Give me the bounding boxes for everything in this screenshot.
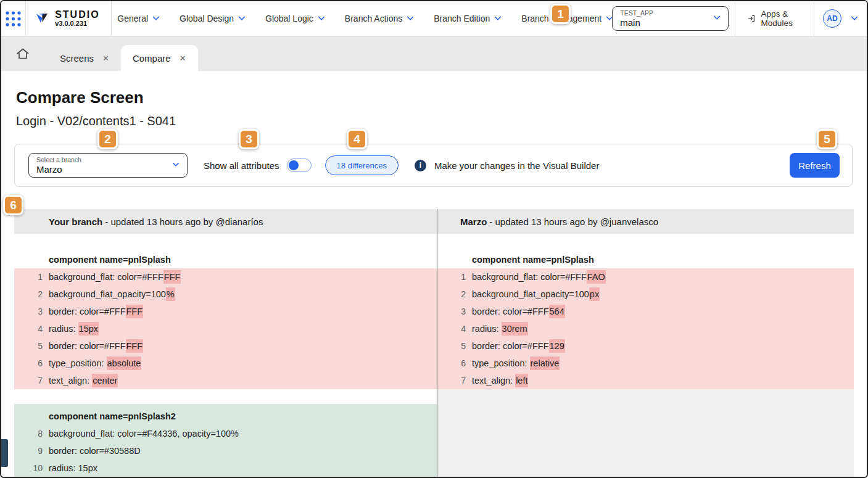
- refresh-button[interactable]: Refresh: [790, 153, 840, 178]
- chevron-down-icon: [238, 13, 245, 20]
- line-number: 2: [437, 289, 466, 299]
- attribute-text: border: color=#FFF129: [472, 341, 565, 351]
- menu-global-logic[interactable]: Global Logic: [265, 14, 324, 23]
- studio-logo: STUDIO v3.0.0.231: [26, 10, 110, 27]
- apps-modules-icon: [747, 12, 755, 25]
- attribute-text: background_flat_opacity=100px: [472, 289, 600, 299]
- attribute-text: background_flat: color=#FFFFAO: [472, 272, 606, 282]
- left-branch-meta: - updated 13 hours ago by @dianaríos: [105, 216, 263, 227]
- close-icon[interactable]: ✕: [180, 54, 186, 63]
- home-button[interactable]: [16, 47, 30, 60]
- diff-highlight: %: [166, 287, 175, 301]
- page-title: Compare Screen: [16, 88, 867, 107]
- menu-label: Branch Actions: [345, 14, 402, 23]
- side-panel-handle[interactable]: [1, 439, 8, 467]
- diff-highlight: FAO: [587, 270, 606, 284]
- app-grid-icon: [5, 10, 22, 27]
- line-number: 7: [14, 376, 43, 385]
- attribute-text: radius: 15px: [49, 463, 97, 473]
- top-bar: STUDIO v3.0.0.231 GeneralGlobal DesignGl…: [1, 1, 867, 36]
- attribute-text: text_align: left: [472, 376, 528, 385]
- attribute-text: background_flat_opacity=100%: [49, 289, 175, 299]
- diff-highlight: FFF: [126, 339, 144, 353]
- menu-label: Global Design: [180, 14, 234, 23]
- show-all-attributes-label: Show all attributes: [204, 160, 279, 171]
- diff-highlight: 564: [549, 305, 565, 318]
- callout-badge-6: 6: [3, 195, 23, 215]
- diff-highlight: absolute: [107, 356, 142, 370]
- diff-highlight: left: [515, 374, 528, 387]
- attribute-text: radius: 30rem: [472, 324, 528, 334]
- diff-section-added: component name=pnlSplash28background_fla…: [14, 404, 437, 478]
- diff-row: 10radius: 15px: [14, 459, 437, 477]
- diff-highlight: 129: [549, 339, 565, 353]
- callout-badge-5: 5: [817, 129, 837, 149]
- diff-highlight: FFF: [126, 305, 144, 318]
- tab-bar: Screens✕Compare✕: [1, 36, 867, 71]
- chevron-down-icon: [713, 13, 720, 20]
- user-menu[interactable]: AD: [814, 9, 867, 28]
- app-branch-select[interactable]: TEST_APP main: [612, 6, 729, 31]
- diff-row: 1background_flat: color=#FFFFFF: [14, 268, 437, 286]
- info-icon: i: [415, 160, 426, 171]
- chevron-down-icon: [407, 13, 414, 20]
- callout-badge-1: 1: [550, 4, 571, 24]
- diff-row: 4radius: 30rem: [437, 320, 854, 337]
- branch-select-label: Select a branch: [36, 156, 168, 163]
- menu-branch-edition[interactable]: Branch Edition: [434, 14, 500, 23]
- menu-global-design[interactable]: Global Design: [180, 14, 244, 23]
- diff-row: 1background_flat: color=#FFFFAO: [437, 268, 854, 286]
- left-column-body: component name=pnlSplash1background_flat…: [14, 234, 437, 478]
- toggle-knob: [289, 160, 299, 170]
- diff-row: 9border: color=#30588D: [14, 442, 437, 459]
- left-branch-name: Your branch: [49, 216, 102, 227]
- right-branch-name: Marzo: [460, 216, 487, 227]
- diff-rows: 1background_flat: color=#FFFFFF2backgrou…: [14, 268, 437, 389]
- diff-rows: 1background_flat: color=#FFFFAO2backgrou…: [437, 268, 854, 389]
- diff-highlight: FFF: [163, 270, 181, 284]
- show-all-attributes-toggle[interactable]: [287, 159, 312, 172]
- menu-label: Branch Edition: [434, 14, 490, 23]
- tab-strip: Screens✕Compare✕: [48, 36, 198, 71]
- diff-row: 3border: color=#FFFFFF: [14, 303, 437, 320]
- branch-select-value: Marzo: [36, 164, 168, 175]
- line-number: 10: [14, 463, 43, 473]
- page-subtitle: Login - V02/contents1 - S041: [16, 114, 867, 128]
- tab-compare[interactable]: Compare✕: [121, 45, 198, 71]
- apps-modules-label: Apps & Modules: [761, 9, 802, 28]
- compare-panel: Your branch - updated 13 hours ago by @d…: [14, 209, 854, 478]
- right-column-body: component name=pnlSplash1background_flat…: [437, 234, 854, 478]
- attribute-text: border: color=#30588D: [49, 446, 141, 456]
- right-column: Marzo - updated 13 hours ago by @juanvel…: [437, 209, 854, 478]
- menu-branch-actions[interactable]: Branch Actions: [345, 14, 413, 23]
- diff-row: 6type_position: relative: [437, 355, 854, 372]
- close-icon[interactable]: ✕: [102, 54, 109, 63]
- topbar-menus: GeneralGlobal DesignGlobal LogicBranch A…: [111, 14, 612, 23]
- attribute-text: border: color=#FFFFFF: [49, 341, 143, 351]
- line-number: 3: [437, 307, 466, 316]
- tab-label: Compare: [133, 53, 171, 64]
- attribute-text: background_flat: color=#F44336, opacity=…: [49, 429, 239, 439]
- right-branch-meta: - updated 13 hours ago by @juanvelasco: [489, 216, 658, 227]
- tab-screens[interactable]: Screens✕: [48, 45, 121, 71]
- left-column-header: Your branch - updated 13 hours ago by @d…: [14, 209, 437, 234]
- home-icon: [16, 47, 30, 60]
- chevron-down-icon: [172, 160, 179, 167]
- left-column: Your branch - updated 13 hours ago by @d…: [14, 209, 437, 478]
- attribute-text: type_position: absolute: [49, 358, 141, 368]
- diff-row: 8background_flat: color=#F44336, opacity…: [14, 425, 437, 442]
- app-grid-button[interactable]: [1, 10, 25, 27]
- menu-general[interactable]: General: [117, 14, 159, 23]
- diff-row: 7text_align: center: [14, 372, 437, 389]
- diff-row: 5border: color=#FFF129: [437, 337, 854, 355]
- diff-row: 4radius: 15px: [14, 320, 437, 337]
- differences-count-button[interactable]: 18 differences: [325, 155, 399, 175]
- apps-modules-button[interactable]: Apps & Modules: [735, 1, 814, 36]
- line-number: 6: [14, 358, 43, 368]
- diff-highlight: center: [92, 374, 118, 387]
- tab-label: Screens: [60, 53, 94, 64]
- branch-select[interactable]: Select a branch Marzo: [28, 153, 188, 178]
- diff-row: 5border: color=#FFFFFF: [14, 337, 437, 355]
- line-number: 2: [14, 289, 43, 299]
- callout-badge-4: 4: [347, 129, 367, 149]
